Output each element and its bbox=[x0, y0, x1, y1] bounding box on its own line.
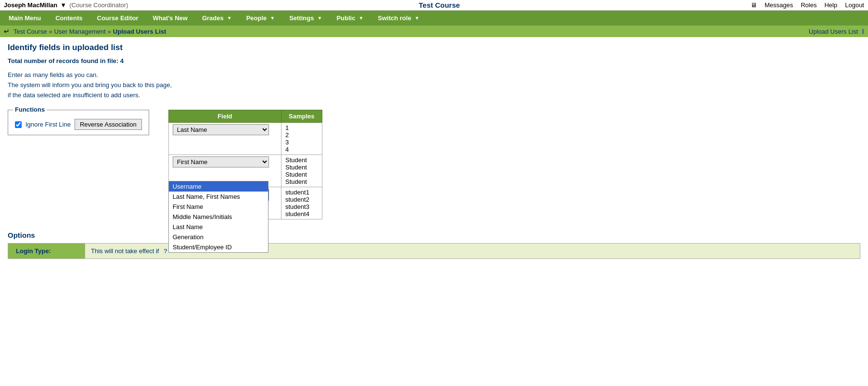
top-bar: Joseph MacMillan ▼ (Course Coordinator) … bbox=[0, 0, 868, 11]
top-nav-right: 🖥 Messages Roles Help Logout bbox=[751, 1, 864, 9]
logout-link[interactable]: Logout bbox=[845, 1, 864, 9]
sample-val: student2 bbox=[285, 196, 318, 203]
switch-role-arrow: ▼ bbox=[415, 15, 420, 21]
options-section: Options Login Type: This will not take e… bbox=[8, 231, 860, 259]
functions-section: Functions Ignore First Line Reverse Asso… bbox=[8, 110, 860, 219]
people-arrow: ▼ bbox=[270, 15, 275, 21]
login-type-label: Login Type: bbox=[8, 244, 85, 258]
help-circle-icon[interactable]: ℹ bbox=[862, 28, 864, 35]
instructions-line3: if the data selected are insufficient to… bbox=[8, 90, 860, 101]
grades-arrow: ▼ bbox=[227, 15, 232, 21]
page-title: Identify fields in uploaded list bbox=[8, 43, 860, 52]
functions-box-title: Functions bbox=[13, 106, 47, 113]
instructions-line2: The system will inform you and bring you… bbox=[8, 80, 860, 90]
nav-contents[interactable]: Contents bbox=[49, 11, 89, 26]
sample-val: Student bbox=[285, 178, 318, 185]
nav-settings[interactable]: Settings ▼ bbox=[282, 11, 329, 26]
record-count: Total number of records found in file: 4 bbox=[8, 57, 860, 64]
functions-content: Ignore First Line Reverse Association bbox=[15, 119, 142, 130]
messages-link[interactable]: Messages bbox=[765, 1, 793, 9]
user-role: (Course Coordinator) bbox=[69, 1, 128, 9]
breadcrumb-bar: ↵ Test Course » User Management » Upload… bbox=[0, 26, 868, 37]
dropdown-item-last-first[interactable]: Last Name, First Names bbox=[169, 192, 268, 202]
field-select-2[interactable]: First Name bbox=[173, 156, 269, 167]
nav-people[interactable]: People ▼ bbox=[240, 11, 282, 26]
breadcrumb-sep2: » bbox=[108, 28, 111, 35]
nav-grades[interactable]: Grades ▼ bbox=[195, 11, 239, 26]
sample-val: student1 bbox=[285, 189, 318, 196]
ignore-first-line-checkbox[interactable] bbox=[15, 121, 22, 128]
sample-val: 2 bbox=[285, 131, 318, 139]
monitor-icon: 🖥 bbox=[751, 1, 757, 9]
sample-val: 1 bbox=[285, 124, 318, 131]
login-type-row: Login Type: This will not take effect if… bbox=[8, 243, 860, 259]
dropdown-item-student-id[interactable]: Student/Employee ID bbox=[169, 242, 268, 252]
roles-link[interactable]: Roles bbox=[801, 1, 817, 9]
instructions-line1: Enter as many fields as you can. bbox=[8, 70, 860, 80]
help-icon-login[interactable]: ? bbox=[164, 247, 167, 255]
sample-val: Student bbox=[285, 171, 318, 178]
back-icon: ↵ bbox=[4, 27, 10, 35]
sample-val: student3 bbox=[285, 203, 318, 210]
field-dropdown-overlay: Username Last Name, First Names First Na… bbox=[168, 181, 268, 253]
options-title: Options bbox=[8, 231, 860, 239]
reverse-association-button[interactable]: Reverse Association bbox=[75, 119, 142, 130]
username-arrow[interactable]: ▼ bbox=[60, 1, 66, 9]
breadcrumb-user-mgmt-link[interactable]: User Management bbox=[54, 28, 106, 35]
functions-box: Functions Ignore First Line Reverse Asso… bbox=[8, 110, 149, 135]
help-link[interactable]: Help bbox=[824, 1, 837, 9]
nav-course-editor[interactable]: Course Editor bbox=[90, 11, 145, 26]
breadcrumb-course-link[interactable]: Test Course bbox=[13, 28, 47, 35]
public-arrow: ▼ bbox=[358, 15, 363, 21]
col-field: Field bbox=[168, 110, 281, 123]
field-select-1[interactable]: Last Name bbox=[173, 124, 269, 135]
sample-val: Student bbox=[285, 156, 318, 164]
sample-val: Student bbox=[285, 164, 318, 171]
dropdown-item-first-name[interactable]: First Name bbox=[169, 202, 268, 212]
main-content: Identify fields in uploaded list Total n… bbox=[0, 37, 868, 265]
sample-val: 4 bbox=[285, 146, 318, 153]
samples-cell-3: student1 student2 student3 student4 bbox=[281, 187, 322, 219]
field-cell-1: Last Name bbox=[168, 123, 281, 155]
nav-public[interactable]: Public ▼ bbox=[330, 11, 370, 26]
samples-cell-2: Student Student Student Student bbox=[281, 155, 322, 187]
dropdown-item-username[interactable]: Username bbox=[169, 181, 268, 192]
breadcrumb-sep1: » bbox=[49, 28, 52, 35]
nav-bar: Main Menu Contents Course Editor What's … bbox=[0, 11, 868, 26]
instructions: Enter as many fields as you can. The sys… bbox=[8, 70, 860, 100]
breadcrumb-right-label: Upload Users List ℹ bbox=[809, 28, 864, 35]
col-samples: Samples bbox=[281, 110, 322, 123]
record-count-value: 4 bbox=[120, 57, 124, 64]
top-bar-left: Joseph MacMillan ▼ (Course Coordinator) bbox=[4, 1, 128, 9]
breadcrumb: ↵ Test Course » User Management » Upload… bbox=[4, 27, 166, 35]
nav-main-menu[interactable]: Main Menu bbox=[2, 11, 48, 26]
course-title: Test Course bbox=[419, 1, 460, 9]
field-table-container: Field Samples Last Name 1 bbox=[168, 110, 322, 219]
dropdown-item-middle[interactable]: Middle Names/Initials bbox=[169, 212, 268, 222]
username[interactable]: Joseph MacMillan bbox=[4, 1, 57, 9]
nav-switch-role[interactable]: Switch role ▼ bbox=[371, 11, 426, 26]
nav-whats-new[interactable]: What's New bbox=[146, 11, 194, 26]
dropdown-item-last-name[interactable]: Last Name bbox=[169, 222, 268, 232]
ignore-first-line-label: Ignore First Line bbox=[26, 121, 71, 128]
breadcrumb-current: Upload Users List bbox=[113, 28, 166, 35]
settings-arrow: ▼ bbox=[317, 15, 322, 21]
sample-val: 3 bbox=[285, 139, 318, 146]
samples-cell-1: 1 2 3 4 bbox=[281, 123, 322, 155]
dropdown-item-generation[interactable]: Generation bbox=[169, 232, 268, 242]
table-row: Last Name 1 2 3 4 bbox=[168, 123, 322, 155]
sample-val: student4 bbox=[285, 210, 318, 218]
